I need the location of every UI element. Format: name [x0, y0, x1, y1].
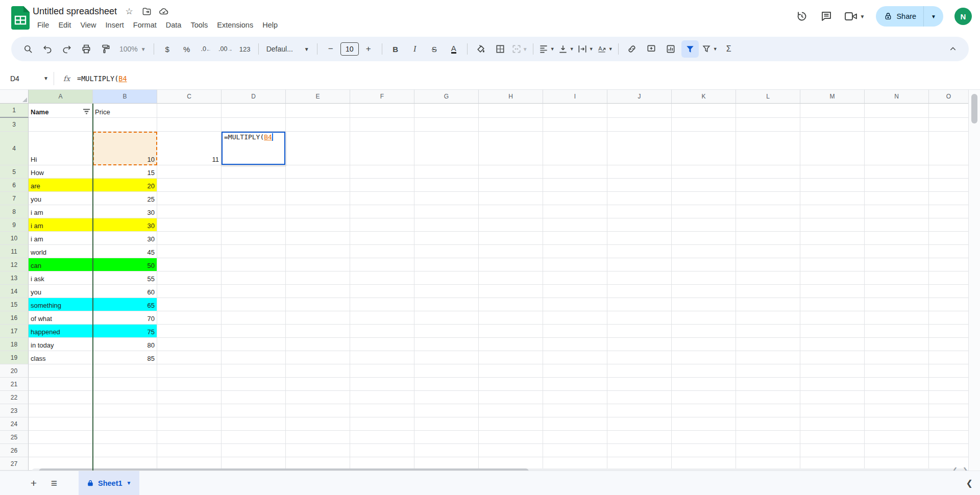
row-header-13[interactable]: 13: [0, 271, 29, 285]
cell-J9[interactable]: [607, 218, 672, 232]
cell-I20[interactable]: [543, 364, 607, 378]
cell-B26[interactable]: [93, 444, 157, 457]
cell-I15[interactable]: [543, 298, 607, 311]
cell-E5[interactable]: [286, 165, 350, 179]
cell-F20[interactable]: [350, 364, 414, 378]
decrease-font-size-button[interactable]: −: [322, 40, 339, 58]
cell-I13[interactable]: [543, 271, 607, 285]
cell-B23[interactable]: [93, 404, 157, 417]
cell-F12[interactable]: [350, 258, 414, 271]
cell-B15[interactable]: 65: [93, 298, 157, 311]
cell-N9[interactable]: [865, 218, 929, 232]
cell-H19[interactable]: [479, 351, 543, 364]
cell-M6[interactable]: [800, 179, 865, 192]
cell-H3[interactable]: [479, 118, 543, 132]
cell-B14[interactable]: 60: [93, 285, 157, 298]
cell-N12[interactable]: [865, 258, 929, 271]
column-header-N[interactable]: N: [865, 90, 929, 104]
cell-H18[interactable]: [479, 338, 543, 351]
cell-E18[interactable]: [286, 338, 350, 351]
cell-G10[interactable]: [414, 232, 479, 245]
row-header-18[interactable]: 18: [0, 338, 29, 351]
cell-O25[interactable]: [929, 431, 968, 444]
cell-B9[interactable]: 30: [93, 218, 157, 232]
cell-D11[interactable]: [222, 245, 286, 258]
cell-H9[interactable]: [479, 218, 543, 232]
cell-F5[interactable]: [350, 165, 414, 179]
vertical-scrollbar-thumb[interactable]: [971, 94, 977, 123]
cell-J12[interactable]: [607, 258, 672, 271]
cell-H12[interactable]: [479, 258, 543, 271]
document-title[interactable]: Untitled spreadsheet: [33, 6, 117, 17]
cell-K9[interactable]: [672, 218, 736, 232]
cell-O19[interactable]: [929, 351, 968, 364]
row-header-19[interactable]: 19: [0, 351, 29, 364]
cell-G26[interactable]: [414, 444, 479, 457]
cell-O20[interactable]: [929, 364, 968, 378]
cell-B16[interactable]: 70: [93, 311, 157, 325]
italic-button[interactable]: I: [406, 40, 424, 58]
cell-J3[interactable]: [607, 118, 672, 132]
cell-K20[interactable]: [672, 364, 736, 378]
cell-N13[interactable]: [865, 271, 929, 285]
menu-extensions[interactable]: Extensions: [212, 20, 258, 30]
cell-H8[interactable]: [479, 205, 543, 218]
cell-C4[interactable]: 11: [157, 132, 222, 165]
cell-D20[interactable]: [222, 364, 286, 378]
cell-I26[interactable]: [543, 444, 607, 457]
name-box[interactable]: D4 ▼: [0, 75, 54, 83]
cell-G23[interactable]: [414, 404, 479, 417]
cell-L12[interactable]: [736, 258, 800, 271]
redo-button[interactable]: [58, 40, 76, 58]
cell-C21[interactable]: [157, 378, 222, 391]
cell-F14[interactable]: [350, 285, 414, 298]
bold-button[interactable]: B: [387, 40, 404, 58]
cell-J19[interactable]: [607, 351, 672, 364]
row-header-17[interactable]: 17: [0, 325, 29, 338]
cell-L3[interactable]: [736, 118, 800, 132]
cell-B22[interactable]: [93, 391, 157, 404]
cell-E10[interactable]: [286, 232, 350, 245]
cell-C8[interactable]: [157, 205, 222, 218]
cell-B25[interactable]: [93, 431, 157, 444]
cell-H22[interactable]: [479, 391, 543, 404]
cell-O1[interactable]: [929, 104, 968, 118]
undo-button[interactable]: [39, 40, 56, 58]
cell-M25[interactable]: [800, 431, 865, 444]
cell-O6[interactable]: [929, 179, 968, 192]
cell-K3[interactable]: [672, 118, 736, 132]
cell-C26[interactable]: [157, 444, 222, 457]
cell-O14[interactable]: [929, 285, 968, 298]
cell-O26[interactable]: [929, 444, 968, 457]
cell-J4[interactable]: [607, 132, 672, 165]
row-header-20[interactable]: 20: [0, 364, 29, 378]
sheets-logo-icon[interactable]: [11, 6, 30, 30]
cell-O16[interactable]: [929, 311, 968, 325]
cell-C15[interactable]: [157, 298, 222, 311]
cell-J5[interactable]: [607, 165, 672, 179]
cell-J16[interactable]: [607, 311, 672, 325]
cell-B24[interactable]: [93, 417, 157, 431]
cell-H25[interactable]: [479, 431, 543, 444]
column-header-O[interactable]: O: [929, 90, 968, 104]
cell-A22[interactable]: [29, 391, 93, 404]
cell-O23[interactable]: [929, 404, 968, 417]
cell-F18[interactable]: [350, 338, 414, 351]
cell-A13[interactable]: i ask: [29, 271, 93, 285]
cell-J21[interactable]: [607, 378, 672, 391]
cell-E22[interactable]: [286, 391, 350, 404]
cell-D14[interactable]: [222, 285, 286, 298]
cell-N10[interactable]: [865, 232, 929, 245]
cell-L24[interactable]: [736, 417, 800, 431]
cell-G25[interactable]: [414, 431, 479, 444]
cell-E23[interactable]: [286, 404, 350, 417]
cell-D22[interactable]: [222, 391, 286, 404]
star-icon[interactable]: ☆: [124, 6, 134, 16]
cell-A19[interactable]: class: [29, 351, 93, 364]
row-header-15[interactable]: 15: [0, 298, 29, 311]
row-header-24[interactable]: 24: [0, 417, 29, 431]
filter-views-button[interactable]: ▼: [701, 40, 718, 58]
cell-L18[interactable]: [736, 338, 800, 351]
cell-F11[interactable]: [350, 245, 414, 258]
cell-M20[interactable]: [800, 364, 865, 378]
